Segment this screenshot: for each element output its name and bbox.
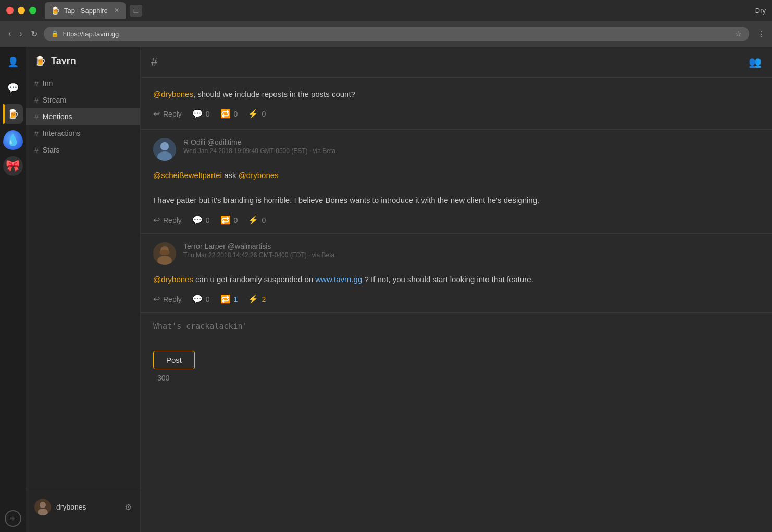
sidebar-item-interactions[interactable]: # Interactions — [26, 125, 140, 142]
chat-icon[interactable]: 💬 — [3, 78, 23, 98]
icon-sidebar: 👤 💬 🍺 💧 🎀 + — [0, 47, 26, 532]
profile-icon[interactable]: 👤 — [3, 52, 23, 72]
main-header-hash: # — [151, 55, 749, 69]
hash-icon: # — [34, 112, 39, 121]
new-tab-button[interactable]: □ — [130, 5, 142, 17]
refresh-button[interactable]: ↻ — [29, 27, 40, 41]
reply-1-text-2: I have patter but it's branding is horri… — [153, 196, 539, 205]
reply-post-1: R Odili @odilitime Wed Jan 24 2018 19:09… — [141, 130, 772, 234]
post-button[interactable]: Post — [153, 351, 195, 369]
reply-1-body: @scheißeweltpartei ask @drybones I have … — [153, 169, 759, 207]
reply-button-r2[interactable]: ↩ Reply — [153, 294, 182, 304]
reply-button-r1[interactable]: ↩ Reply — [153, 215, 182, 225]
sidebar-item-inn[interactable]: # Inn — [26, 75, 140, 92]
reply-2-meta: Terror Larper @walmartisis Thu Mar 22 20… — [183, 242, 759, 259]
retweet-button-r2[interactable]: 🔁 1 — [220, 294, 238, 304]
comment-count-r1: 0 — [206, 216, 210, 224]
svg-point-5 — [160, 142, 169, 150]
sidebar-icon-beer[interactable]: 🍺 — [3, 104, 23, 124]
reply-1-name: R Odili @odilitime — [183, 138, 759, 146]
compose-input[interactable] — [153, 322, 759, 343]
comment-button-1[interactable]: 💬 0 — [192, 109, 210, 119]
comment-button-r1[interactable]: 💬 0 — [192, 215, 210, 225]
drop-avatar[interactable]: 💧 — [3, 130, 23, 150]
mention-scheid[interactable]: @scheißeweltpartei — [153, 171, 222, 180]
forward-button[interactable]: › — [17, 27, 24, 41]
retweet-count-r1: 0 — [234, 216, 238, 224]
reply-2-text-2: ? If not, you should start looking into … — [364, 275, 533, 284]
address-input[interactable]: 🔒 https://tap.tavrn.gg ☆ — [44, 27, 749, 41]
star-count-r2: 2 — [262, 295, 266, 303]
mention-drybones-2[interactable]: @drybones — [239, 171, 279, 180]
retweet-icon: 🔁 — [220, 109, 231, 119]
reply-1-date: Wed Jan 24 2018 19:09:40 GMT-0500 (EST) … — [183, 147, 759, 155]
reply-button-1[interactable]: ↩ Reply — [153, 109, 182, 119]
post-1-text: , should we include reposts in the posts… — [193, 90, 355, 98]
tab-close-button[interactable]: ✕ — [114, 7, 119, 14]
comment-icon-r1: 💬 — [192, 215, 203, 225]
star-button-1[interactable]: ⚡ 0 — [248, 109, 266, 119]
post-1-actions: ↩ Reply 💬 0 🔁 0 ⚡ 0 — [153, 109, 759, 119]
reply-label-r1: Reply — [163, 216, 182, 224]
sidebar-item-stream[interactable]: # Stream — [26, 92, 140, 108]
sidebar-icon-pink[interactable]: 🎀 — [3, 156, 23, 176]
char-count: 300 — [157, 374, 169, 382]
star-button-r2[interactable]: ⚡ 2 — [248, 294, 266, 304]
mention-drybones-3[interactable]: @drybones — [153, 275, 193, 284]
reply-2-author: Terror Larper @walmartisis Thu Mar 22 20… — [153, 242, 759, 265]
hash-icon: # — [34, 79, 39, 87]
retweet-button-r1[interactable]: 🔁 0 — [220, 215, 238, 225]
minimize-button[interactable] — [18, 7, 25, 14]
menu-icon[interactable]: ⋮ — [757, 29, 766, 39]
reply-2-avatar — [153, 242, 176, 265]
pink-avatar[interactable]: 🎀 — [3, 156, 23, 176]
reply-1-author: R Odili @odilitime Wed Jan 24 2018 19:09… — [153, 138, 759, 161]
comment-icon-r2: 💬 — [192, 294, 203, 304]
sidebar-icon-drop[interactable]: 💧 — [3, 130, 23, 150]
address-bar: ‹ › ↻ 🔒 https://tap.tavrn.gg ☆ ⋮ — [0, 21, 772, 47]
add-instance-button[interactable]: + — [5, 510, 21, 527]
sidebar-item-mentions-label: Mentions — [43, 112, 72, 121]
posts-container: @drybones, should we include reposts in … — [141, 78, 772, 532]
back-button[interactable]: ‹ — [6, 27, 13, 41]
tavrn-link[interactable]: www.tavrn.gg — [315, 275, 362, 284]
bookmark-icon[interactable]: ☆ — [735, 30, 742, 38]
lock-icon: 🔒 — [51, 30, 59, 37]
retweet-count-1: 0 — [234, 110, 238, 118]
svg-point-9 — [159, 250, 170, 255]
reply-1-author-name: R Odili — [183, 138, 207, 146]
star-icon-r2: ⚡ — [248, 294, 258, 304]
mention-drybones-1[interactable]: @drybones — [153, 90, 193, 98]
nav-username: drybones — [56, 503, 119, 511]
compose-area: Post 300 — [141, 313, 772, 391]
reply-2-author-name: Terror Larper — [183, 242, 228, 250]
sidebar-item-stream-label: Stream — [43, 96, 66, 104]
sidebar-icon-chat[interactable]: 💬 — [3, 78, 23, 98]
reply-2-name: Terror Larper @walmartisis — [183, 242, 759, 250]
sidebar-item-mentions[interactable]: # Mentions — [26, 108, 140, 125]
reply-2-handle: @walmartisis — [228, 242, 271, 250]
main-header: # 👥 — [141, 47, 772, 78]
comment-button-r2[interactable]: 💬 0 — [192, 294, 210, 304]
active-tab[interactable]: 🍺 Tap · Sapphire ✕ — [45, 2, 126, 19]
retweet-icon-r1: 🔁 — [220, 215, 231, 225]
reply-1-text-1: ask — [224, 171, 239, 180]
sidebar-item-stars[interactable]: # Stars — [26, 142, 140, 158]
close-button[interactable] — [6, 7, 14, 14]
settings-icon[interactable]: ⚙ — [124, 502, 132, 512]
retweet-button-1[interactable]: 🔁 0 — [220, 109, 238, 119]
nav-title-icon: 🍺 — [34, 55, 46, 67]
sidebar-icon-profile[interactable]: 👤 — [3, 52, 23, 72]
hash-icon: # — [34, 96, 39, 104]
post-1: @drybones, should we include reposts in … — [141, 78, 772, 130]
star-button-r1[interactable]: ⚡ 0 — [248, 215, 266, 225]
nav-sidebar: 🍺 Tavrn # Inn # Stream # Mentions # Inte… — [26, 47, 141, 532]
beer-icon[interactable]: 🍺 — [3, 104, 23, 124]
hash-icon: # — [34, 129, 39, 137]
sidebar-item-stars-label: Stars — [43, 146, 60, 154]
reply-1-avatar — [153, 138, 176, 161]
browser-chrome: 🍺 Tap · Sapphire ✕ □ Dry ‹ › ↻ 🔒 https:/… — [0, 0, 772, 47]
reply-post-2: Terror Larper @walmartisis Thu Mar 22 20… — [141, 234, 772, 313]
maximize-button[interactable] — [29, 7, 36, 14]
retweet-count-r2: 1 — [234, 295, 238, 303]
